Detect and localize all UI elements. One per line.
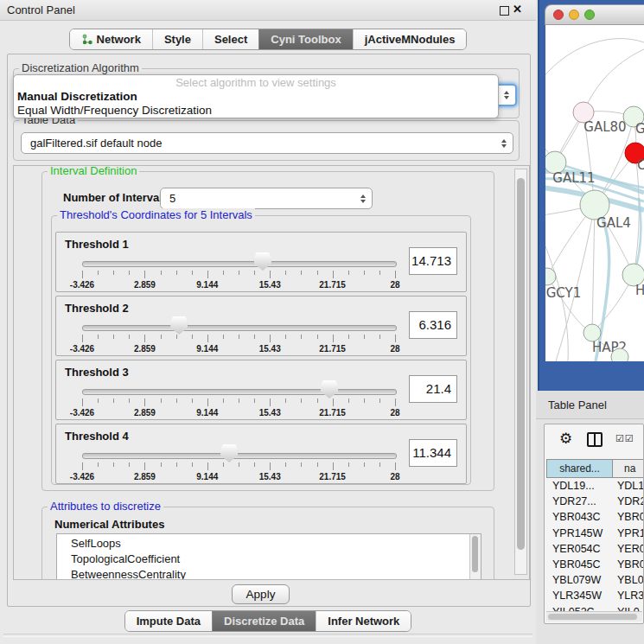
threshold-value-field[interactable]: 11.344 (409, 439, 457, 467)
slider-tick (348, 399, 349, 403)
threshold-slider-track[interactable] (82, 453, 397, 459)
table-header-row: shared... na (546, 459, 644, 478)
tab-discretize-data[interactable]: Discretize Data (212, 611, 316, 631)
dropdown-hint: Select algorithm to view settings (14, 75, 498, 90)
threshold-label: Threshold 4 (65, 430, 129, 443)
tab-select[interactable]: Select (202, 29, 258, 49)
cell-shared-name: YLR345W (552, 588, 602, 603)
slider-tick (223, 462, 224, 467)
attribute-list-item[interactable]: SelfLoops (71, 536, 481, 552)
slider-scale-label: 21.715 (319, 408, 346, 418)
threshold-slider-thumb[interactable] (220, 444, 238, 462)
threshold-slider-track[interactable] (82, 389, 397, 395)
vertical-scrollbar-thumb[interactable] (517, 178, 525, 550)
bottom-tab-bar: Impute Data Discretize Data Infer Networ… (0, 610, 536, 632)
slider-tick (395, 462, 396, 470)
attribute-list-item[interactable]: TopologicalCoefficient (71, 552, 481, 567)
thresholds-group: Threshold's Coordinates for 5 Intervals … (51, 215, 471, 485)
slider-tick (317, 399, 318, 403)
slider-tick (254, 462, 255, 467)
table-row[interactable]: YDR27... YDR2 (546, 494, 643, 509)
table-data-combobox[interactable]: galFiltered.sif default node (21, 132, 513, 154)
column-header-name[interactable]: na (613, 459, 644, 478)
node-label: GA (635, 121, 644, 137)
tab-cyni-toolbox[interactable]: Cyni Toolbox (258, 29, 352, 49)
cell-shared-name: YDR27... (552, 494, 596, 509)
network-node[interactable] (583, 324, 601, 341)
minimize-traffic-light-icon[interactable] (569, 10, 579, 20)
node-label: C (637, 157, 644, 173)
tab-network[interactable]: Network (70, 29, 152, 49)
slider-tick (144, 399, 145, 406)
dropdown-option-manual[interactable]: Manual Discretization (14, 90, 498, 104)
threshold-slider-thumb[interactable] (170, 316, 188, 335)
slider-scale-label: 15.43 (259, 408, 281, 418)
vertical-scrollbar[interactable] (514, 169, 527, 575)
zoom-traffic-light-icon[interactable] (584, 10, 595, 20)
slider-tick (161, 335, 162, 339)
number-of-intervals-combobox[interactable]: 5 (160, 188, 373, 209)
node-label: GAL4 (596, 215, 631, 231)
list-scrollbar-thumb[interactable] (472, 536, 478, 572)
tab-impute-data[interactable]: Impute Data (125, 611, 212, 631)
algorithm-dropdown-popup: Select algorithm to view settings Manual… (13, 74, 499, 118)
close-icon[interactable]: ✕ (513, 3, 522, 16)
table-row[interactable]: YPR145W YPR1 (546, 526, 643, 541)
slider-tick (239, 399, 239, 403)
slider-tick (113, 462, 114, 467)
gear-icon[interactable]: ⚙ (559, 430, 572, 448)
slider-tick (223, 271, 224, 275)
table-row[interactable]: YBR045C YBR0 (546, 557, 643, 572)
group-title: Threshold's Coordinates for 5 Intervals (57, 208, 255, 221)
table-row[interactable]: YBR043C YBR0 (546, 509, 643, 525)
slider-tick (129, 271, 130, 275)
slider-tick (317, 462, 318, 467)
table-row[interactable]: YBL079W YBL0 (546, 572, 643, 588)
slider-tick (395, 335, 396, 342)
list-scrollbar[interactable] (469, 534, 481, 580)
column-header-shared-name[interactable]: shared... (546, 459, 613, 478)
dropdown-option-equal-width[interactable]: Equal Width/Frequency Discretization (14, 104, 498, 118)
float-window-icon[interactable] (500, 6, 509, 16)
attribute-list-item[interactable]: BetweennessCentrality (71, 567, 481, 580)
slider-tick (192, 462, 193, 467)
network-view-canvas[interactable]: GAL80GACGAL11GAL4GCY1HHAP2 (545, 25, 644, 361)
tab-infer-network[interactable]: Infer Network (316, 611, 411, 631)
tab-label: Style (164, 33, 191, 46)
horizontal-scrollbar[interactable] (546, 611, 642, 622)
threshold-value-field[interactable]: 21.4 (409, 375, 457, 403)
slider-tick (348, 462, 349, 467)
cell-shared-name: YBR045C (552, 557, 601, 572)
tab-jactivemnodules[interactable]: jActiveMNodules (353, 29, 467, 49)
slider-scale-label: -3.426 (70, 344, 94, 354)
threshold-panel: Threshold 3 -3.4262.8599.14415.4321.7152… (55, 360, 467, 420)
column-layout-icon[interactable] (587, 432, 603, 447)
network-node[interactable] (611, 348, 628, 361)
table-row[interactable]: YER054C YER0 (546, 541, 643, 557)
threshold-slider-thumb[interactable] (321, 380, 338, 399)
apply-button[interactable]: Apply (232, 584, 290, 604)
tab-label: Network (97, 33, 141, 46)
horizontal-scrollbar-thumb[interactable] (548, 614, 637, 620)
slider-tick (144, 271, 145, 278)
slider-tick (364, 399, 365, 403)
cell-name: YPR1 (617, 526, 644, 541)
interval-definition-group: Interval Definition Number of Intervals … (41, 171, 494, 491)
threshold-value-field[interactable]: 14.713 (409, 247, 457, 275)
threshold-slider-track[interactable] (82, 261, 397, 267)
table-row[interactable]: YLR345W YLR3 (546, 588, 643, 603)
checkboxes-icon[interactable]: ☑☑ (615, 433, 634, 444)
cell-shared-name: YBL079W (552, 572, 601, 588)
control-panel-titlebar: Control Panel ✕ (0, 0, 536, 21)
panel-title: Control Panel (7, 3, 75, 16)
slider-tick (270, 271, 271, 278)
threshold-slider-thumb[interactable] (254, 252, 271, 271)
threshold-value-field[interactable]: 6.316 (409, 311, 457, 339)
slider-tick (348, 271, 349, 275)
tab-style[interactable]: Style (152, 29, 202, 49)
threshold-slider-track[interactable] (82, 325, 397, 331)
slider-tick (333, 335, 334, 342)
table-row[interactable]: YDL19... YDL1 (546, 478, 643, 494)
slider-tick (82, 271, 83, 278)
close-traffic-light-icon[interactable] (553, 10, 564, 20)
